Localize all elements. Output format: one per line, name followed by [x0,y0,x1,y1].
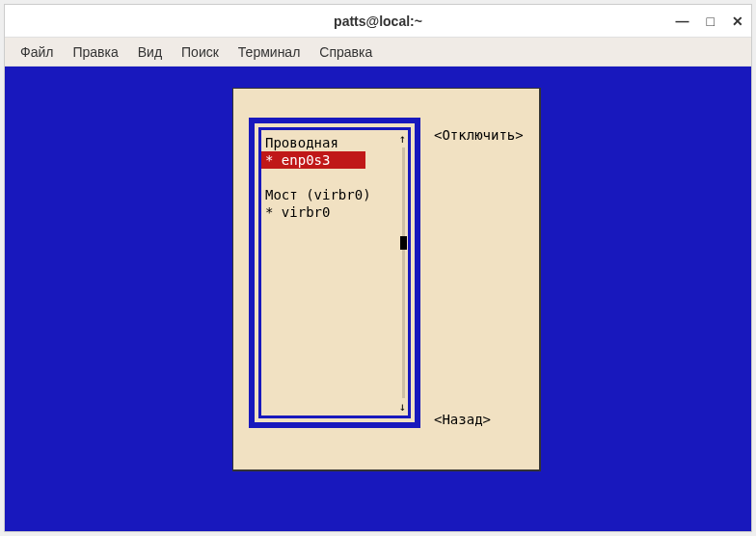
menu-view[interactable]: Вид [128,40,172,64]
list-header-wired: Проводная [261,134,408,151]
menu-file[interactable]: Файл [11,40,63,64]
list-item-enp0s3[interactable]: * enp0s3 [261,151,365,169]
menu-help[interactable]: Справка [310,40,382,64]
disconnect-button[interactable]: <Отключить> [434,127,524,143]
menubar: Файл Правка Вид Поиск Терминал Справка [5,38,751,67]
list-item-virbr0[interactable]: * virbr0 [261,203,408,221]
tui-dialog: ↑ ↓ Проводная * enp0s3 Мост (virbr0) * v… [232,88,541,471]
menu-search[interactable]: Поиск [172,40,229,64]
dialog-row: ↑ ↓ Проводная * enp0s3 Мост (virbr0) * v… [249,118,524,441]
scroll-up-icon[interactable]: ↑ [399,132,406,146]
menu-edit[interactable]: Правка [63,40,127,64]
list-header-bridge: Мост (virbr0) [261,186,408,203]
list-content: Проводная * enp0s3 Мост (virbr0) * virbr… [261,134,408,221]
buttons-column: <Отключить> <Назад> [434,118,524,441]
connection-list-frame: ↑ ↓ Проводная * enp0s3 Мост (virbr0) * v… [249,118,420,428]
terminal-area[interactable]: ↑ ↓ Проводная * enp0s3 Мост (virbr0) * v… [5,67,751,531]
connection-list[interactable]: ↑ ↓ Проводная * enp0s3 Мост (virbr0) * v… [258,127,411,418]
list-blank [261,169,408,186]
scroll-down-icon[interactable]: ↓ [399,400,406,414]
minimize-button[interactable]: — [676,13,689,29]
window-controls: — □ ✕ [676,13,743,29]
menu-terminal[interactable]: Терминал [229,40,310,64]
scrollbar-track[interactable] [402,147,405,398]
scrollbar-thumb[interactable] [400,236,407,250]
close-button[interactable]: ✕ [732,13,743,29]
maximize-button[interactable]: □ [707,13,715,29]
back-button[interactable]: <Назад> [434,412,524,427]
titlebar: patts@local:~ — □ ✕ [5,5,751,38]
terminal-window: patts@local:~ — □ ✕ Файл Правка Вид Поис… [4,4,752,532]
window-title: patts@local:~ [334,13,422,29]
